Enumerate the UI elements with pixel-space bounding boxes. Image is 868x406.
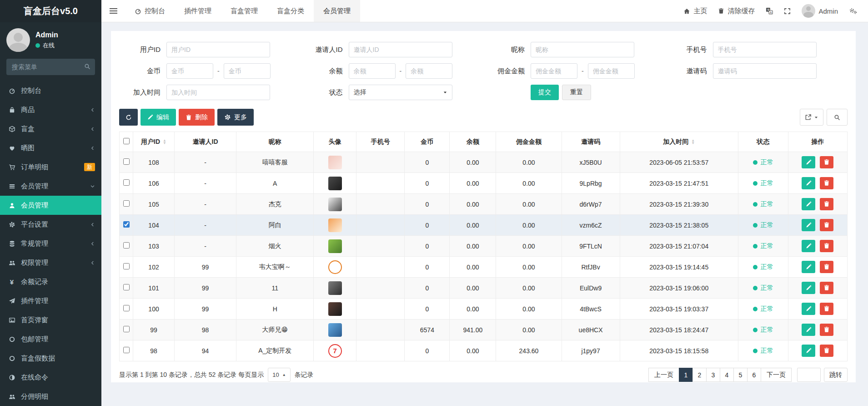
page-number-button[interactable]: 6 [747, 368, 761, 382]
sidebar-item-在线命令[interactable]: 在线命令 [0, 368, 101, 387]
filter-input-昵称[interactable] [531, 42, 634, 57]
cell-avatar [314, 173, 356, 194]
row-checkbox[interactable] [123, 221, 130, 228]
filter-input-佣金金额-min[interactable] [531, 63, 577, 79]
edit-row-button[interactable] [802, 156, 815, 168]
search-toggle-button[interactable] [827, 109, 848, 126]
status-badge: 正常 [753, 242, 773, 250]
nav-tab-盲盒分类[interactable]: 盲盒分类 [267, 0, 314, 22]
filter-input-加入时间[interactable] [166, 85, 270, 100]
edit-button[interactable]: 编辑 [140, 109, 176, 126]
sidebar-item-会员管理[interactable]: 会员管理 [0, 196, 101, 215]
column-header-join_time[interactable]: 加入时间▲▼ [620, 132, 738, 152]
cell-join-time: 2023-03-15 19:06:00 [620, 278, 738, 299]
page-number-button[interactable]: 5 [733, 368, 748, 382]
edit-row-button[interactable] [802, 345, 815, 357]
delete-row-button[interactable] [820, 156, 833, 168]
delete-row-button[interactable] [820, 177, 833, 189]
edit-row-button[interactable] [802, 177, 815, 189]
delete-row-button[interactable] [820, 240, 833, 252]
filter-input-佣金金额-max[interactable] [588, 63, 635, 79]
submit-button[interactable]: 提交 [531, 85, 559, 100]
row-checkbox[interactable] [123, 158, 130, 165]
nav-tab-插件管理[interactable]: 插件管理 [175, 0, 221, 22]
row-checkbox[interactable] [123, 326, 130, 332]
sidebar-toggle-button[interactable] [101, 0, 125, 22]
sidebar-item-控制台[interactable]: 控制台 [0, 81, 101, 100]
sidebar-item-平台设置[interactable]: 平台设置 [0, 215, 101, 234]
edit-row-button[interactable] [802, 198, 815, 210]
home-link[interactable]: 主页 [683, 7, 707, 15]
nav-tab-盲盒管理[interactable]: 盲盒管理 [221, 0, 267, 22]
search-input[interactable] [6, 59, 95, 75]
edit-row-button[interactable] [802, 219, 815, 231]
reset-button[interactable]: 重置 [562, 85, 591, 100]
clear-cache-link[interactable]: 清除缓存 [718, 7, 755, 15]
edit-row-button[interactable] [802, 303, 815, 315]
row-checkbox[interactable] [123, 305, 130, 311]
jump-button[interactable]: 跳转 [824, 368, 848, 382]
sidebar-item-权限管理[interactable]: 权限管理 [0, 253, 101, 272]
filter-input-金币-min[interactable] [166, 63, 213, 79]
page-size-select[interactable]: 10 ▲ [268, 368, 290, 382]
sidebar-item-会员管理[interactable]: 会员管理 [0, 177, 101, 196]
export-button[interactable] [800, 109, 823, 126]
sidebar-item-常规管理[interactable]: 常规管理 [0, 234, 101, 253]
edit-row-button[interactable] [802, 240, 815, 252]
row-checkbox[interactable] [123, 263, 130, 269]
filter-input-余额-min[interactable] [349, 63, 396, 79]
filter-select-状态[interactable]: 选择 [349, 85, 452, 100]
sidebar-item-晒图[interactable]: 晒图 [0, 138, 101, 157]
filter-input-邀请码[interactable] [713, 63, 817, 79]
fullscreen-icon[interactable] [784, 8, 791, 15]
edit-row-button[interactable] [802, 324, 815, 336]
sidebar-item-商品[interactable]: 商品 [0, 100, 101, 119]
select-all-checkbox[interactable] [123, 138, 130, 144]
page-number-button[interactable]: 1 [679, 368, 693, 382]
sidebar-item-插件管理[interactable]: 插件管理 [0, 291, 101, 310]
delete-row-button[interactable] [820, 198, 833, 210]
sidebar-item-包邮管理[interactable]: 包邮管理 [0, 330, 101, 349]
column-header-user_id[interactable]: 用户ID▲▼ [133, 132, 175, 152]
sidebar-item-首页弹窗[interactable]: 首页弹窗 [0, 310, 101, 330]
delete-row-button[interactable] [820, 303, 833, 315]
delete-row-button[interactable] [820, 345, 833, 357]
page-number-button[interactable]: 4 [720, 368, 734, 382]
delete-button[interactable]: 删除 [179, 109, 215, 126]
refresh-button[interactable] [119, 109, 138, 126]
sidebar-item-盲盒[interactable]: 盲盒 [0, 119, 101, 138]
nav-tab-控制台[interactable]: 控制台 [125, 0, 175, 22]
user-menu[interactable]: Admin [802, 4, 838, 18]
page-number-button[interactable]: 2 [692, 368, 707, 382]
delete-row-button[interactable] [820, 219, 833, 231]
delete-row-button[interactable] [820, 282, 833, 294]
sidebar-item-订单明细[interactable]: 订单明细 新 [0, 157, 101, 177]
sidebar-item-盲盒假数据[interactable]: 盲盒假数据 [0, 349, 101, 368]
edit-row-button[interactable] [802, 261, 815, 273]
cube-icon [6, 126, 17, 132]
column-header-inviter_id: 邀请人ID [175, 132, 236, 152]
delete-row-button[interactable] [820, 261, 833, 273]
more-button[interactable]: 更多 [217, 109, 254, 126]
filter-input-金币-max[interactable] [224, 63, 271, 79]
filter-input-邀请人ID[interactable] [349, 42, 452, 57]
row-checkbox[interactable] [123, 347, 130, 353]
translate-icon[interactable]: 文A [766, 7, 773, 15]
delete-row-button[interactable] [820, 324, 833, 336]
jump-input[interactable] [797, 368, 821, 382]
edit-row-button[interactable] [802, 282, 815, 294]
row-checkbox[interactable] [123, 284, 130, 290]
filter-input-余额-max[interactable] [406, 63, 452, 79]
next-page-button[interactable]: 下一页 [761, 368, 792, 382]
row-checkbox[interactable] [123, 200, 130, 207]
row-checkbox[interactable] [123, 242, 130, 249]
sidebar-item-分佣明细[interactable]: 分佣明细 [0, 387, 101, 406]
settings-gears-icon[interactable] [849, 8, 857, 14]
sidebar-item-余额记录[interactable]: ¥ 余额记录 [0, 272, 101, 291]
filter-input-手机号[interactable] [713, 42, 817, 57]
prev-page-button[interactable]: 上一页 [648, 368, 679, 382]
page-number-button[interactable]: 3 [706, 368, 720, 382]
filter-input-用户ID[interactable] [166, 42, 270, 57]
nav-tab-会员管理[interactable]: 会员管理 [314, 0, 360, 22]
row-checkbox[interactable] [123, 179, 130, 186]
